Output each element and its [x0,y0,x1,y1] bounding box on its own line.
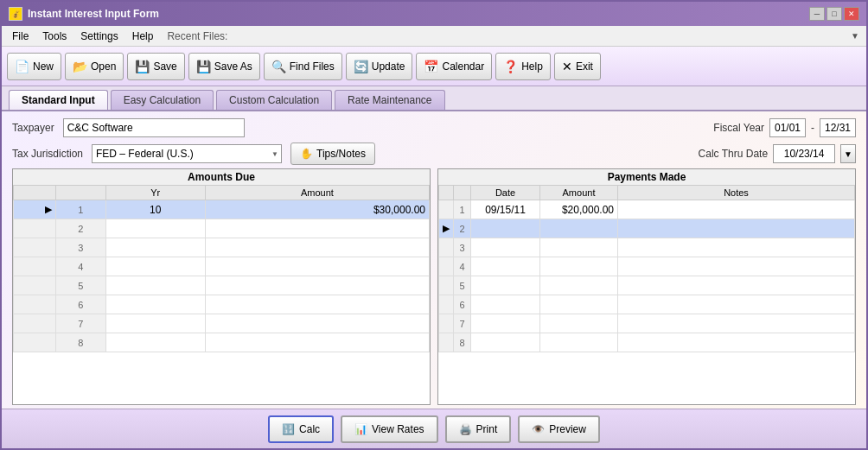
payments-row[interactable]: 4 [439,257,855,276]
payments-row[interactable]: 6 [439,295,855,314]
amounts-row[interactable]: 7 [14,314,430,333]
payments-row-pointer [439,257,454,276]
menu-tools[interactable]: Tools [35,29,73,44]
payments-row-amount[interactable]: $20,000.00 [540,200,618,219]
payments-row-date[interactable] [471,333,540,352]
tab-rate[interactable]: Rate Maintenance [335,90,444,110]
tips-notes-button[interactable]: ✋ Tips/Notes [290,143,375,165]
amounts-row-amount[interactable] [205,238,429,257]
payments-row-amount[interactable] [540,333,618,352]
amounts-row[interactable]: 4 [14,257,430,276]
payments-made-scroll[interactable]: Date Amount Notes 1 09/15/11 $20,000.00 … [438,185,855,404]
amounts-row-yr[interactable]: 10 [105,200,205,219]
close-button[interactable]: ✕ [844,7,859,21]
menu-file[interactable]: File [5,29,35,44]
payments-row-notes[interactable] [618,333,855,352]
amounts-row-amount[interactable] [205,295,429,314]
payments-row-date[interactable] [471,219,540,238]
calc-thru-date-picker-button[interactable]: ▼ [840,144,856,163]
taxpayer-input[interactable] [63,118,245,137]
amounts-row-yr[interactable] [105,257,205,276]
tab-standard[interactable]: Standard Input [9,90,108,110]
print-button[interactable]: 🖨️ Print [445,415,512,443]
payments-row-date[interactable] [471,238,540,257]
payments-row-notes[interactable] [618,219,855,238]
payments-row-amount[interactable] [540,314,618,333]
menu-settings[interactable]: Settings [73,29,124,44]
amounts-row[interactable]: 3 [14,238,430,257]
view-rates-button[interactable]: 📊 View Rates [341,415,437,443]
tax-jurisdiction-select[interactable]: FED – Federal (U.S.) State Local [92,144,282,163]
amounts-row[interactable]: 8 [14,333,430,352]
amounts-row[interactable]: 6 [14,295,430,314]
payments-row-notes[interactable] [618,314,855,333]
payments-made-table: Date Amount Notes 1 09/15/11 $20,000.00 … [438,185,855,352]
amounts-row-yr[interactable] [105,276,205,295]
payments-row-notes[interactable] [618,238,855,257]
payments-row-date[interactable] [471,295,540,314]
payments-row-amount[interactable] [540,219,618,238]
payments-row-date[interactable] [471,257,540,276]
save-as-button[interactable]: 💾 Save As [188,53,260,80]
payments-row[interactable]: 3 [439,238,855,257]
amounts-row-amount[interactable]: $30,000.00 [205,200,429,219]
payments-row-date[interactable]: 09/15/11 [471,200,540,219]
amounts-row-amount[interactable] [205,314,429,333]
amounts-row-yr[interactable] [105,238,205,257]
fiscal-year-dash: - [811,122,814,134]
payments-pointer-col-header [439,186,454,200]
amounts-row-yr[interactable] [105,295,205,314]
menu-arrow[interactable]: ▼ [851,31,863,41]
amounts-due-scroll[interactable]: Yr Amount ▶ 1 10 $30,000.00 2 3 4 5 [13,185,430,404]
amounts-row[interactable]: 5 [14,276,430,295]
fiscal-year-end-input[interactable] [820,118,856,137]
save-button[interactable]: 💾 Save [127,53,184,80]
payments-row[interactable]: 5 [439,276,855,295]
payments-row-notes[interactable] [618,295,855,314]
payments-rownum-col-header [454,186,471,200]
payments-row-date[interactable] [471,276,540,295]
payments-row-notes[interactable] [618,276,855,295]
amounts-row-yr[interactable] [105,219,205,238]
calc-button[interactable]: 🔢 Calc [268,415,334,443]
payments-row-amount[interactable] [540,238,618,257]
payments-row-amount[interactable] [540,257,618,276]
amounts-row[interactable]: 2 [14,219,430,238]
payments-row-date[interactable] [471,314,540,333]
calendar-button[interactable]: 📅 Calendar [416,53,492,80]
amounts-row[interactable]: ▶ 1 10 $30,000.00 [14,200,430,219]
help-icon: ❓ [503,60,518,73]
amounts-row-amount[interactable] [205,276,429,295]
fiscal-year-start-input[interactable] [769,118,806,137]
help-button[interactable]: ❓ Help [495,53,551,80]
amounts-row-amount[interactable] [205,333,429,352]
new-button[interactable]: 📄 New [7,53,61,80]
payments-row-amount[interactable] [540,295,618,314]
title-bar: 💰 Instant Interest Input Form ─ □ ✕ [2,2,866,26]
payments-row-notes[interactable] [618,257,855,276]
find-files-button[interactable]: 🔍 Find Files [264,53,342,80]
payments-row-amount[interactable] [540,276,618,295]
calc-thru-date-input[interactable] [773,144,835,163]
calendar-label: Calendar [442,60,484,73]
payments-row[interactable]: ▶ 2 [439,219,855,238]
amounts-row-amount[interactable] [205,257,429,276]
tab-easy[interactable]: Easy Calculation [111,90,214,110]
menu-help[interactable]: Help [125,29,161,44]
tab-custom[interactable]: Custom Calculation [216,90,332,110]
amounts-row-yr[interactable] [105,333,205,352]
payments-row[interactable]: 8 [439,333,855,352]
maximize-button[interactable]: □ [827,7,842,21]
print-icon: 🖨️ [459,423,472,435]
payments-row[interactable]: 7 [439,314,855,333]
payments-row-pointer [439,314,454,333]
open-button[interactable]: 📂 Open [65,53,124,80]
update-button[interactable]: 🔄 Update [346,53,413,80]
preview-button[interactable]: 👁️ Preview [518,415,600,443]
amounts-row-yr[interactable] [105,314,205,333]
payments-row[interactable]: 1 09/15/11 $20,000.00 [439,200,855,219]
minimize-button[interactable]: ─ [809,7,825,21]
exit-button[interactable]: ✕ Exit [554,53,601,80]
payments-row-notes[interactable] [618,200,855,219]
amounts-row-amount[interactable] [205,219,429,238]
